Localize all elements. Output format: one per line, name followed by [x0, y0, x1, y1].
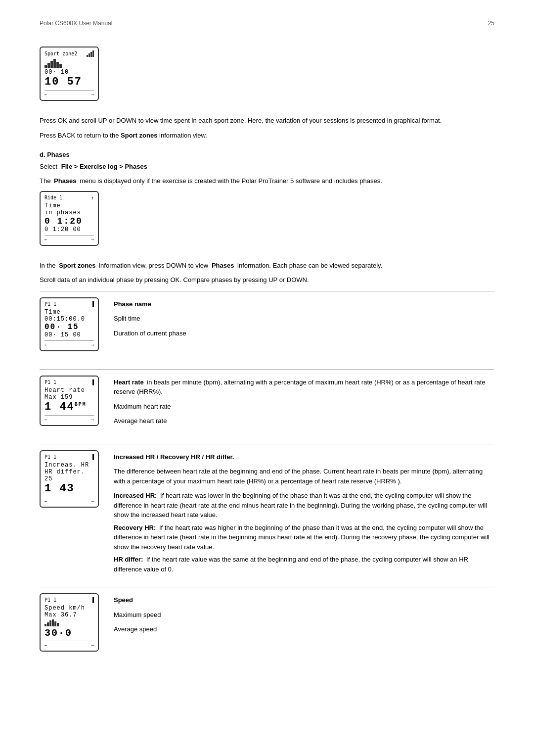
nav-right-icon — [91, 499, 94, 504]
device-hr-nav — [44, 415, 94, 422]
desc-col-2: Heart rate in beats per minute (bpm), al… — [114, 376, 494, 431]
manual-title: Polar CS600X User Manual — [40, 20, 112, 27]
max-speed-label: Maximum speed — [114, 610, 494, 620]
device-title-bar: Sport zone2 — [44, 50, 94, 57]
sep3 — [40, 444, 494, 444]
signal-icon — [87, 50, 94, 57]
device-incr-icon: ▐ — [91, 454, 94, 460]
nav-right-icon — [91, 417, 94, 422]
section-d-title: d. Phases — [40, 150, 494, 160]
device-col-1: P1 1 ▐ Time 00:15:00.0 00· 15 00· 15 00 — [40, 297, 104, 359]
device-p11-speed-label: P1 1 — [44, 597, 56, 603]
nav-right-icon — [91, 643, 94, 648]
device-p11-incr-titlebar: P1 1 ▐ — [44, 454, 94, 460]
device-p11-lcd2: 00· 15 00 — [44, 331, 94, 338]
device-p11-lcd: 00· 15 — [44, 323, 94, 331]
device-ride1-titlebar: Ride 1 ↑ — [44, 195, 94, 200]
avg-hr-label: Average heart rate — [114, 416, 494, 426]
device-p11-speed-titlebar: P1 1 ▐ — [44, 597, 94, 603]
scroll-text: Scroll data of an individual phase by pr… — [40, 275, 494, 285]
sep2 — [40, 369, 494, 370]
device-p11-nav — [44, 340, 94, 347]
device-speed-line1: Speed km/h — [44, 605, 94, 612]
sep4 — [40, 587, 494, 587]
device-lcd1: 00· 10 — [44, 69, 94, 76]
device-hr-line1: Heart rate — [44, 387, 94, 394]
heart-rate-section: P1 1 ▐ Heart rate Max 159 1 44BPM Heart … — [40, 376, 494, 434]
device-incr-line2: HR differ. 25 — [44, 469, 94, 482]
page-header: Polar CS600X User Manual 25 — [40, 20, 494, 27]
device-p11-time-titlebar: P1 1 ▐ — [44, 301, 94, 307]
nav-left-icon — [44, 499, 47, 504]
device-p11-hr-titlebar: P1 1 ▐ — [44, 379, 94, 385]
device-ride1-icon: ↑ — [91, 195, 94, 200]
nav-left-icon — [44, 237, 47, 242]
increased-hr-intro: The difference between heart rate at the… — [114, 467, 494, 486]
speed-section: P1 1 ▐ Speed km/h Max 36.7 30·0 S — [40, 593, 494, 660]
device-col-4: P1 1 ▐ Speed km/h Max 36.7 30·0 — [40, 593, 104, 660]
nav-right-icon — [91, 237, 94, 242]
page-number: 25 — [488, 20, 494, 27]
increased-hr-item: Increased HR: If heart rate was lower in… — [114, 491, 494, 520]
device-p11-incr-label: P1 1 — [44, 454, 56, 460]
device-ride1-time-label: Time — [44, 202, 94, 209]
sport-zones-phases-text: In the Sport zones information view, pre… — [40, 261, 494, 271]
device-p11-speed: P1 1 ▐ Speed km/h Max 36.7 30·0 — [40, 593, 99, 652]
device-ride1-label: Ride 1 — [44, 195, 62, 200]
device-ride1-in-phases: in phases — [44, 209, 94, 216]
device-ride1-nav — [44, 235, 94, 242]
desc-col-3: Increased HR / Recovery HR / HR differ. … — [114, 450, 494, 577]
duration-label: Duration of current phase — [114, 329, 494, 338]
device-nav — [44, 90, 94, 97]
device-speed-line2: Max 36.7 — [44, 612, 94, 618]
device-col-2: P1 1 ▐ Heart rate Max 159 1 44BPM — [40, 376, 104, 434]
device-zone-label: Sport zone2 — [44, 51, 77, 56]
device-p11-line1: Time — [44, 309, 94, 316]
device-speed-icon: ▐ — [91, 597, 94, 603]
device-incr-lcd: 1 43 — [44, 482, 94, 495]
heart-rate-bold: Heart rate — [114, 378, 144, 386]
device-p11-time: P1 1 ▐ Time 00:15:00.0 00· 15 00· 15 00 — [40, 297, 99, 351]
phase-name-section: P1 1 ▐ Time 00:15:00.0 00· 15 00· 15 00 … — [40, 297, 494, 359]
device-col-3: P1 1 ▐ Increas. HR HR differ. 25 1 43 — [40, 450, 104, 516]
heart-rate-text1: in beats per minute (bpm), alternating w… — [114, 378, 486, 396]
ride1-device-block: Ride 1 ↑ Time in phases 0 1:20 0 1:20 00 — [40, 191, 494, 254]
nav-right-icon — [91, 92, 94, 97]
device-lcd2: 10 57 — [44, 76, 94, 88]
device-hr-icon: ▐ — [91, 379, 94, 385]
nav-left-icon — [44, 417, 47, 422]
device-p11-incr: P1 1 ▐ Increas. HR HR differ. 25 1 43 — [40, 450, 99, 508]
device-speed-lcd: 30·0 — [44, 627, 94, 639]
heart-rate-desc: Heart rate in beats per minute (bpm), al… — [114, 378, 494, 397]
speed-bold: Speed — [114, 596, 133, 604]
device-ride1-lcd1: 0 1:20 — [44, 216, 94, 226]
device-hr-line2: Max 159 — [44, 394, 94, 401]
device-p11-line2: 00:15:00.0 — [44, 316, 94, 323]
sep1 — [40, 291, 494, 291]
hr-differ-item: HR differ: If the heart rate value was t… — [114, 555, 494, 574]
device-p11-hr: P1 1 ▐ Heart rate Max 159 1 44BPM — [40, 376, 99, 426]
desc-col-1: Phase name Split time Duration of curren… — [114, 297, 494, 343]
sport-zone-desc1: Press OK and scroll UP or DOWN to view t… — [40, 116, 494, 126]
zone-bar-chart — [44, 59, 94, 68]
increased-hr-title: Increased HR / Recovery HR / HR differ. — [114, 453, 234, 461]
device-ride1-lcd2: 0 1:20 00 — [44, 226, 94, 233]
device-p11-icon: ▐ — [91, 301, 94, 307]
desc-col-4: Speed Maximum speed Average speed — [114, 593, 494, 639]
nav-left-icon — [44, 92, 47, 97]
sport-zone-device-block: Sport zone2 00· 10 10 57 — [40, 47, 494, 109]
nav-left-icon — [44, 643, 47, 648]
device-incr-nav — [44, 497, 94, 504]
nav-right-icon — [91, 342, 94, 347]
device-p11-label: P1 1 — [44, 301, 56, 307]
select-path-label: Select File > Exercise log > Phases — [40, 162, 494, 172]
device-p11-hr-label: P1 1 — [44, 379, 56, 385]
device-sport-zone: Sport zone2 00· 10 10 57 — [40, 47, 99, 101]
device-incr-line1: Increas. HR — [44, 462, 94, 469]
split-time-label: Split time — [114, 314, 494, 324]
increased-hr-section: P1 1 ▐ Increas. HR HR differ. 25 1 43 In… — [40, 450, 494, 577]
speed-bar-chart — [44, 619, 94, 626]
avg-speed-label: Average speed — [114, 624, 494, 634]
device-hr-lcd: 1 44BPM — [44, 401, 94, 413]
max-hr-label: Maximum heart rate — [114, 402, 494, 412]
